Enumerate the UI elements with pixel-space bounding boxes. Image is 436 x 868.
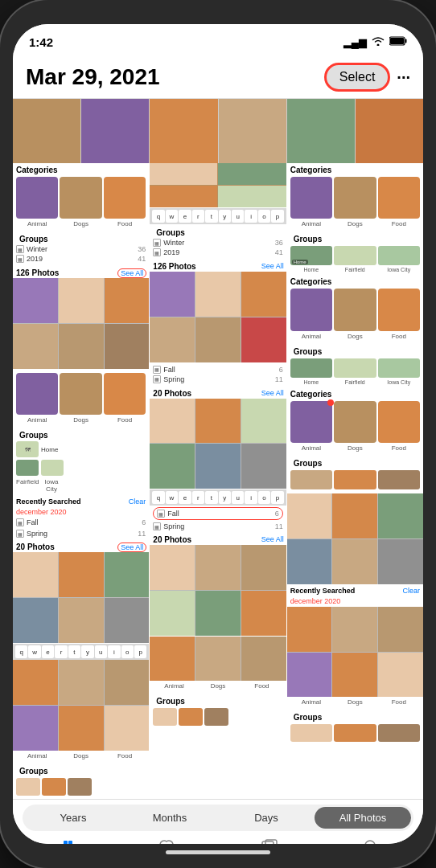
tab-search[interactable]: Search	[321, 834, 424, 844]
p-thumb-5[interactable]	[59, 598, 104, 643]
key-p1[interactable]: p	[134, 645, 146, 658]
col2-20-see-all[interactable]: See All	[261, 389, 284, 397]
tf-months[interactable]: Months	[121, 807, 218, 829]
key-t1[interactable]: t	[68, 645, 80, 658]
rs-fall[interactable]: ▦ Fall 6	[13, 517, 149, 528]
c3bt-1[interactable]	[287, 607, 332, 652]
key-y2[interactable]: y	[219, 210, 231, 223]
key-w3[interactable]: w	[166, 491, 178, 504]
c2p-4[interactable]	[150, 444, 195, 489]
col1-see-all-circled[interactable]: See All	[117, 268, 146, 278]
strip-photo-2[interactable]	[81, 99, 149, 163]
cat-animal-2[interactable]	[16, 373, 58, 415]
c2p2-4[interactable]	[150, 591, 195, 636]
bt-5[interactable]	[59, 706, 104, 751]
thumb-2[interactable]	[59, 278, 104, 323]
c2t-4[interactable]	[150, 317, 195, 362]
c3-cat-food[interactable]	[378, 177, 420, 219]
key-e3[interactable]: e	[179, 491, 191, 504]
c3-cat2-animal[interactable]	[290, 289, 332, 330]
col2-photo-d[interactable]	[218, 186, 286, 207]
key-u2[interactable]: u	[232, 210, 244, 223]
c2p2-1[interactable]	[150, 545, 195, 590]
strip-photo-4[interactable]	[219, 99, 286, 163]
ft-1[interactable]	[150, 637, 195, 682]
key-y1[interactable]: y	[81, 645, 93, 658]
c2p-3[interactable]	[241, 399, 286, 444]
col2-photo-a[interactable]	[150, 163, 217, 185]
key-w1[interactable]: w	[28, 645, 40, 658]
key-q2[interactable]: q	[152, 210, 164, 223]
group-people[interactable]: 🗺 Home	[16, 440, 146, 458]
col1-20-see-all[interactable]: See All	[117, 542, 146, 552]
c2p-6[interactable]	[241, 444, 286, 489]
key-u1[interactable]: u	[95, 645, 107, 658]
c3-cat3-animal[interactable]	[290, 401, 332, 443]
key-i2[interactable]: i	[245, 210, 257, 223]
p-thumb-2[interactable]	[59, 552, 104, 597]
rs-clear[interactable]: Clear	[129, 497, 146, 506]
c2t-2[interactable]	[195, 272, 241, 317]
key-o1[interactable]: o	[121, 645, 134, 658]
thumb-3[interactable]	[105, 278, 150, 323]
col2-spring-2[interactable]: ▦ Spring 11	[153, 522, 282, 531]
c2p-1[interactable]	[150, 399, 195, 444]
col2-spring-item[interactable]: ▦ Spring 11	[153, 375, 282, 384]
c3-cat-animal[interactable]	[290, 177, 332, 219]
pp-4[interactable]	[287, 539, 332, 584]
ft-3[interactable]	[241, 637, 286, 682]
cat-dogs[interactable]	[60, 177, 101, 219]
col2-2019[interactable]: ▦ 2019 41	[153, 248, 282, 257]
key-e1[interactable]: e	[42, 645, 54, 658]
cat-animal[interactable]	[16, 177, 58, 219]
fall-circled-item[interactable]: ▦ Fall 6	[153, 507, 282, 520]
key-q3[interactable]: q	[152, 491, 164, 504]
col2-photo-c[interactable]	[150, 186, 217, 207]
key-r3[interactable]: r	[192, 491, 204, 504]
c3bt-5[interactable]	[332, 653, 377, 698]
c2p2-2[interactable]	[195, 545, 241, 590]
pp-1[interactable]	[287, 493, 332, 538]
bt-3[interactable]	[105, 660, 150, 705]
cat-food-2[interactable]	[104, 373, 146, 415]
pp-2[interactable]	[332, 493, 377, 538]
col2-photo-b[interactable]	[218, 163, 286, 185]
bt-6[interactable]	[105, 706, 150, 751]
thumb-4[interactable]	[13, 324, 58, 369]
key-i3[interactable]: i	[245, 491, 257, 504]
bt-2[interactable]	[59, 660, 104, 705]
p-thumb-6[interactable]	[105, 598, 150, 643]
key-y3[interactable]: y	[219, 491, 231, 504]
tab-library[interactable]: Library	[13, 834, 116, 844]
c2t-3[interactable]	[241, 272, 286, 317]
c3-cat2-dogs[interactable]	[334, 289, 376, 330]
key-o3[interactable]: o	[258, 491, 270, 504]
c2t-1[interactable]	[150, 272, 195, 317]
key-r2[interactable]: r	[192, 210, 204, 223]
group-2019-1[interactable]: ▦ 2019 41	[16, 254, 146, 264]
tab-foryou[interactable]: For You	[116, 834, 219, 844]
c3bt-2[interactable]	[332, 607, 377, 652]
p-thumb-1[interactable]	[13, 552, 58, 597]
more-button[interactable]: ···	[397, 68, 410, 87]
strip-photo-5[interactable]	[287, 99, 355, 163]
bt-4[interactable]	[13, 706, 58, 751]
c2t-6[interactable]	[241, 317, 286, 362]
key-q1[interactable]: q	[15, 645, 27, 658]
c3-cat3-dogs[interactable]	[334, 401, 376, 443]
key-r1[interactable]: r	[55, 645, 67, 658]
key-w2[interactable]: w	[166, 210, 178, 223]
c3bt-3[interactable]	[378, 607, 423, 652]
c3bt-4[interactable]	[287, 653, 332, 698]
c2p2-6[interactable]	[241, 591, 286, 636]
key-p3[interactable]: p	[271, 491, 283, 504]
group-winter-1[interactable]: ▦ Winter 36	[16, 244, 146, 254]
cat-dogs-2[interactable]	[60, 373, 101, 415]
c2p2-3[interactable]	[241, 545, 286, 590]
key-i1[interactable]: i	[108, 645, 120, 658]
key-t3[interactable]: t	[205, 491, 217, 504]
c3-cat-dogs[interactable]	[334, 177, 376, 219]
tf-allphotos[interactable]: All Photos	[315, 807, 411, 829]
p-thumb-3[interactable]	[105, 552, 150, 597]
cat-food[interactable]	[104, 177, 146, 219]
